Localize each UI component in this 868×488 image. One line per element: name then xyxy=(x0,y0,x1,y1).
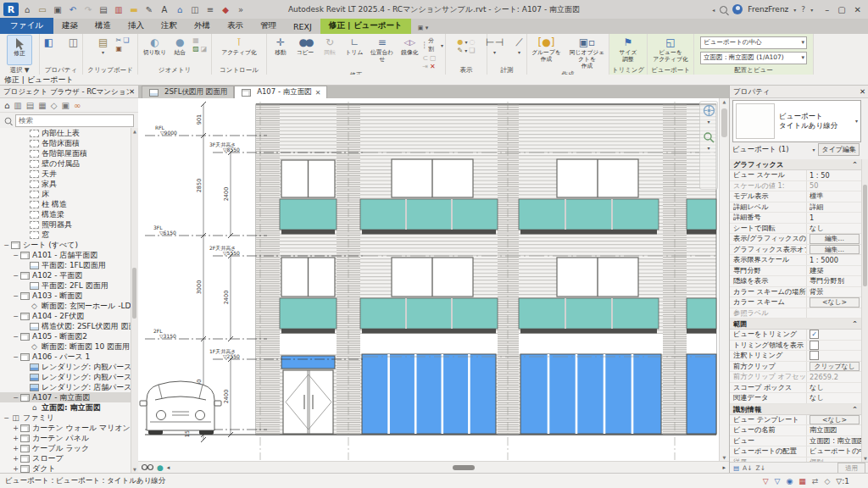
property-value[interactable]: なし xyxy=(810,383,824,392)
temporary-hide-icon[interactable]: ● xyxy=(157,463,164,472)
tree-item[interactable]: +カーテン パネル xyxy=(0,433,131,443)
property-button[interactable]: <なし> xyxy=(810,415,860,425)
ribbon-tab[interactable]: 構造 xyxy=(86,19,120,34)
ribbon-tab[interactable]: 建築 xyxy=(53,19,86,34)
undo-icon[interactable]: ↶ xyxy=(66,3,80,16)
panel-select-label[interactable]: 選択 ▼ xyxy=(0,65,39,75)
trim-button[interactable]: ∟トリム xyxy=(342,35,366,70)
cut-geometry-button[interactable]: ◐切り取り xyxy=(142,35,168,65)
measure-button[interactable]: ⊢⊣▾ xyxy=(483,35,507,65)
tree-item[interactable]: レンダリング: 店舗パース xyxy=(0,382,131,392)
user-avatar[interactable] xyxy=(732,4,743,14)
text-icon[interactable]: A xyxy=(158,3,171,16)
element-selector-chevron-icon[interactable]: ▾ xyxy=(812,147,815,152)
open-icon[interactable]: ▭ xyxy=(36,3,49,16)
tree-item[interactable]: +カーテン ウォール マリオン xyxy=(0,423,131,433)
modify-button[interactable]: 修正 xyxy=(7,35,32,65)
property-value[interactable]: なし xyxy=(810,224,824,233)
tree-item[interactable]: −A103 - 断面図 xyxy=(0,291,131,301)
ribbon-tab[interactable]: 表示 xyxy=(219,19,252,34)
move-button[interactable]: ✛移動 xyxy=(269,35,292,70)
tree-item[interactable]: 内部仕上表 xyxy=(0,128,131,138)
transfer-icon[interactable]: ▥ xyxy=(112,3,125,16)
property-value[interactable]: 1 : 50 xyxy=(810,171,830,180)
property-value[interactable]: 標準 xyxy=(810,191,823,201)
tree-item[interactable]: 家具 xyxy=(0,179,131,189)
user-menu-chevron-icon[interactable]: ▾ xyxy=(793,7,796,13)
tree-item[interactable]: 構造伏図: 2SFL伏図用 図面用 xyxy=(0,321,131,331)
tree-item[interactable]: 床 xyxy=(0,189,131,199)
select-underlay-icon[interactable]: ◇ xyxy=(824,477,830,485)
minimize-button[interactable]: – xyxy=(825,5,829,14)
property-value[interactable]: 22659.2 xyxy=(810,373,838,381)
tree-item[interactable]: −A107 - 南立面図 xyxy=(0,392,131,402)
press-drag-icon[interactable]: ⇄ xyxy=(812,477,819,485)
ribbon-tab[interactable]: 修正 | ビューポート xyxy=(320,19,411,34)
redo-icon[interactable]: ↷ xyxy=(81,3,95,16)
property-value[interactable]: 詳細 xyxy=(810,202,823,212)
size-crop-button[interactable]: ⚑サイズ 調整 xyxy=(616,35,640,65)
tree-item[interactable]: −A105 - 断面図2 xyxy=(0,331,131,341)
property-value[interactable]: 1 xyxy=(810,214,814,222)
join-geometry-button[interactable]: ●結合 xyxy=(168,35,192,65)
sheet-canvas[interactable]: 901 2850 3000 3000 150 2400 2400 2400 RF… xyxy=(138,98,720,461)
save-icon[interactable]: ▣ xyxy=(51,3,64,16)
property-value[interactable]: 専門分野別 xyxy=(810,276,844,286)
collaborate-icon[interactable]: ◆ xyxy=(219,3,232,16)
property-button[interactable]: 編集... xyxy=(810,234,860,244)
delete-icon[interactable]: ✕ xyxy=(430,63,436,70)
tree-item[interactable]: 平面図: 1FL図面用 xyxy=(0,260,131,270)
tree-item[interactable]: ⌂立面図: 南立面図 xyxy=(0,402,131,413)
property-section[interactable]: 範囲⌃ xyxy=(730,319,862,330)
project-browser-close-icon[interactable]: ✕ xyxy=(129,86,135,97)
views-icon[interactable]: ▥ xyxy=(14,101,21,110)
view-tab-a107[interactable]: A107 - 南立面図 ✕ xyxy=(234,86,327,98)
settings-icon[interactable]: ▣ xyxy=(61,101,69,110)
checkbox[interactable]: ✓ xyxy=(810,330,819,339)
activate-view-button[interactable]: ◱ビューを アクティブ化 xyxy=(652,35,689,65)
list-icon[interactable]: ▤ xyxy=(26,101,34,110)
filter-icon[interactable]: ◇ xyxy=(51,101,58,110)
close-button[interactable]: ✕ xyxy=(854,5,861,14)
tree-item[interactable]: +ケーブル ラック xyxy=(0,443,131,453)
scroll-left-icon[interactable]: ◂ xyxy=(167,464,170,471)
reveal-hidden-icon[interactable] xyxy=(142,463,153,471)
tree-item[interactable]: −◫ファミリ xyxy=(0,413,131,423)
default-3d-view-icon[interactable]: ⌂ xyxy=(173,3,186,16)
tree-item[interactable]: 各階床面積 xyxy=(0,138,131,148)
cut-icon[interactable]: ✂ xyxy=(116,36,122,44)
property-value[interactable]: 建築 xyxy=(810,266,823,275)
apply-button[interactable]: 適用 xyxy=(837,463,865,474)
home-icon[interactable]: ⌂ xyxy=(4,101,9,110)
property-button[interactable]: <なし> xyxy=(810,297,860,308)
canvas-horizontal-scrollbar[interactable] xyxy=(173,464,719,471)
property-value[interactable]: 背景 xyxy=(810,287,823,297)
viewport-position-dropdown[interactable]: ビューポートの中心 xyxy=(700,36,807,49)
edit-type-button[interactable]: タイプ編集 xyxy=(818,143,860,156)
property-value[interactable]: なし xyxy=(810,393,824,402)
exclude-options-icon[interactable]: ▦ xyxy=(798,477,806,485)
browser-scrollbar[interactable]: ▲ ▼ xyxy=(131,128,138,473)
scroll-right-icon[interactable]: ▸ xyxy=(722,464,726,471)
tree-item[interactable]: −A101 - 店舗平面図 xyxy=(0,250,131,260)
checkbox[interactable] xyxy=(810,351,819,360)
property-button[interactable]: 編集... xyxy=(810,245,860,255)
copy-button[interactable]: ●●コピー xyxy=(293,35,317,70)
ribbon-collapse-icon[interactable]: ▣ ▾ xyxy=(418,25,428,34)
property-value[interactable]: 立面図 : 南立面図 (1/... xyxy=(810,436,862,446)
tree-item[interactable]: −A102 - 平面図 xyxy=(0,270,131,280)
search-icon[interactable] xyxy=(720,6,727,14)
properties-button[interactable]: ◧ xyxy=(37,35,61,65)
navbar-chevron-icon[interactable]: ▾ xyxy=(707,119,709,125)
rotate-button[interactable]: ↻回転 xyxy=(318,35,342,70)
user-name[interactable]: FrenzFrenz xyxy=(748,5,788,14)
property-value[interactable]: ビューポートの中心 xyxy=(810,446,862,456)
restore-button[interactable]: ▢ xyxy=(837,5,845,14)
property-section[interactable]: 識別情報⌃ xyxy=(730,404,862,415)
draw-icon[interactable]: ✎ xyxy=(142,3,156,16)
group-icon[interactable]: ▤ xyxy=(733,464,739,472)
activate-controls-button[interactable]: ⊺アクティブ化 xyxy=(220,35,258,65)
properties-close-icon[interactable]: ✕ xyxy=(860,86,865,97)
property-value[interactable]: 南立面図 xyxy=(810,425,837,435)
home-icon[interactable]: ⌂ xyxy=(20,3,34,16)
